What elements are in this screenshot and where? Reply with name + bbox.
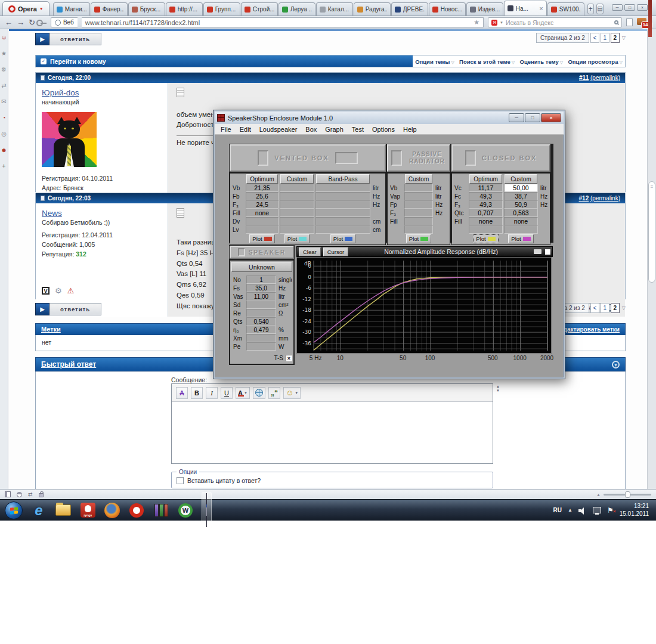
column-button[interactable]: Optimum	[469, 174, 502, 184]
browser-tab[interactable]: http://...	[166, 2, 203, 16]
value-cell[interactable]	[246, 309, 276, 317]
resize-spinner[interactable]: ▲▼	[496, 385, 500, 392]
column-button[interactable]: Band-Pass	[316, 174, 370, 184]
taskbar-explorer-folder-icon[interactable]	[55, 502, 72, 519]
plot-button[interactable]: Plot	[508, 234, 533, 243]
taskbar-firefox-icon[interactable]	[104, 502, 120, 519]
browser-tab[interactable]: Новос...	[429, 2, 466, 16]
new-tab-button[interactable]: +	[587, 4, 594, 14]
search-icon[interactable]	[614, 20, 618, 24]
collapse-icon[interactable]: ▼	[612, 361, 620, 369]
taskbar-internet-explorer-icon[interactable]: e	[30, 502, 47, 519]
post-number-link[interactable]: #11	[579, 75, 589, 81]
italic-button[interactable]: I	[206, 387, 218, 399]
plot-button[interactable]: Plot	[284, 234, 310, 243]
speakershop-titlebar[interactable]: SpeakerShop Enclosure Module 1.0 ─ □ ×	[215, 112, 564, 124]
browser-tab[interactable]: ДРЕВЕ...	[391, 2, 428, 16]
value-cell[interactable]	[315, 200, 370, 209]
minimize-button[interactable]: ─	[612, 4, 623, 11]
minimize-button[interactable]: ─	[509, 113, 524, 122]
browser-tab[interactable]: Фанер...	[91, 2, 128, 16]
avatar[interactable]	[42, 112, 97, 167]
value-cell[interactable]: 49,3	[469, 200, 503, 209]
value-cell[interactable]: 24,5	[246, 200, 279, 209]
taskbar-w-app-icon[interactable]: W	[177, 502, 194, 519]
maximize-button[interactable]: □	[525, 113, 540, 122]
value-cell[interactable]	[315, 184, 370, 192]
tab-close-icon[interactable]: ×	[539, 5, 543, 11]
reply-button[interactable]: ▶ ответить	[35, 33, 101, 45]
topic-option-link[interactable]: Опции темы▽	[415, 58, 454, 65]
zoom-slider[interactable]	[604, 494, 651, 496]
action-center-flag-icon[interactable]: ⚑×	[607, 507, 614, 514]
value-cell[interactable]	[469, 225, 503, 234]
username-link[interactable]: News	[42, 209, 62, 218]
taskbar-opera-icon[interactable]	[128, 502, 145, 519]
edit-tags-link[interactable]: Редактировать метки	[556, 326, 620, 333]
column-button[interactable]: Custom	[505, 174, 537, 184]
value-cell[interactable]: 11,17	[469, 184, 503, 192]
value-cell[interactable]: 11,00	[246, 292, 276, 301]
page-number-button[interactable]: 1	[601, 303, 609, 313]
close-button[interactable]: ×	[541, 113, 561, 122]
insert-quote-button[interactable]: „“	[268, 387, 280, 399]
permalink-link[interactable]: (permalink)	[590, 195, 620, 202]
value-cell[interactable]	[246, 225, 279, 234]
message-textarea[interactable]	[172, 402, 493, 463]
close-button[interactable]: ×	[637, 4, 648, 11]
value-cell[interactable]	[280, 200, 314, 209]
smiley-icon[interactable]: ☺	[1, 35, 7, 41]
value-cell[interactable]: 50,00	[504, 184, 538, 192]
star-icon[interactable]: ★	[1, 51, 7, 57]
export-icon[interactable]	[534, 249, 541, 254]
maximize-button[interactable]: □	[624, 4, 635, 11]
sync-icon[interactable]: ⇄	[1, 83, 6, 89]
menu-file[interactable]: File	[217, 125, 235, 134]
value-cell[interactable]	[404, 217, 433, 225]
browser-tab[interactable]: Издев...	[466, 2, 503, 16]
taskbar-zynga-icon[interactable]: zynga	[79, 502, 96, 519]
ts-checkbox[interactable]: ×	[286, 355, 292, 361]
value-cell[interactable]: none	[246, 209, 279, 217]
browser-tab[interactable]: Радуга...	[354, 2, 391, 16]
value-cell[interactable]	[280, 217, 314, 225]
value-cell[interactable]	[280, 184, 314, 192]
permalink-link[interactable]: (permalink)	[590, 75, 620, 81]
start-button[interactable]	[5, 501, 23, 519]
taskbar-speakershop-button[interactable]	[202, 492, 212, 529]
forward-icon[interactable]: →	[17, 18, 24, 26]
smiley-button[interactable]: ☺▼	[283, 387, 301, 399]
browser-tab[interactable]: Катал...	[316, 2, 353, 16]
tray-expand-icon[interactable]: ▲	[568, 507, 573, 513]
images-toggle-icon[interactable]	[17, 492, 22, 497]
value-cell[interactable]: 49,3	[469, 192, 503, 200]
back-icon[interactable]: ←	[5, 18, 13, 26]
smiley2-icon[interactable]: ☻	[1, 147, 7, 153]
value-cell[interactable]: 35,0	[246, 284, 276, 292]
remove-format-button[interactable]: A	[176, 387, 188, 399]
menu-graph[interactable]: Graph	[321, 125, 347, 134]
prev-page-button[interactable]: <	[590, 33, 599, 43]
volume-icon[interactable]	[578, 507, 587, 514]
key-icon[interactable]	[41, 21, 47, 24]
post-number-link[interactable]: #12	[579, 195, 589, 202]
value-cell[interactable]	[315, 217, 370, 225]
value-cell[interactable]: none	[469, 217, 503, 225]
url-field[interactable]: www.tehnari.ru/f114/t71728/index2.html ★	[82, 17, 484, 27]
underline-button[interactable]: U	[221, 387, 233, 399]
value-cell[interactable]: none	[504, 217, 538, 225]
value-cell[interactable]	[504, 225, 538, 234]
menu-help[interactable]: Help	[400, 125, 420, 134]
speaker-name-button[interactable]: Unknown	[231, 262, 292, 272]
browser-tab[interactable]: Бруск...	[128, 2, 165, 16]
zoom-slider-thumb[interactable]	[625, 491, 630, 498]
font-color-button[interactable]: A▼	[236, 387, 250, 399]
tags-link[interactable]: Метки	[41, 326, 61, 333]
browser-tab[interactable]: Магни...	[53, 2, 90, 16]
browser-tab[interactable]: SW100...	[547, 2, 584, 16]
taskbar-winrar-icon[interactable]	[153, 502, 169, 519]
value-cell[interactable]	[404, 184, 433, 192]
username-link[interactable]: Юрий-dos	[42, 88, 79, 97]
value-cell[interactable]	[404, 209, 433, 217]
value-cell[interactable]	[315, 209, 370, 217]
